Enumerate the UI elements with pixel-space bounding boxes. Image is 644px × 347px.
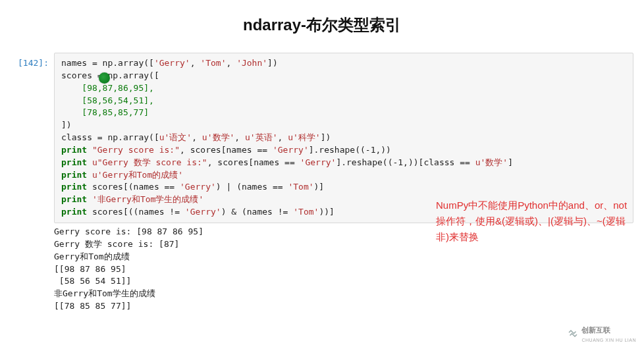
output-line: [[98 87 86 95] [54,264,126,274]
annotation-note: NumPy中不能使用Python中的and、or、not操作符，使用&(逻辑或)… [436,198,633,245]
logo-sub: CHUANG XIN HU LIAN [581,338,636,342]
output-line: Gerry和Tom的成绩 [54,252,130,261]
output-line: 非Gerry和Tom学生的成绩 [54,288,155,298]
page-title: ndarray-布尔类型索引 [0,14,644,36]
output-line: [58 56 54 51]] [54,276,131,286]
prompt-label: [142]: [9,53,54,68]
logo-icon [567,329,579,340]
output-line: [[78 85 85 77]] [54,301,131,311]
output-line: Gerry 数学 score is: [87] [54,239,179,249]
footer-logo: 创新互联 CHUANG XIN HU LIAN [567,325,636,343]
output-line: Gerry score is: [98 87 86 95] [54,227,203,236]
logo-main: 创新互联 [581,325,636,335]
